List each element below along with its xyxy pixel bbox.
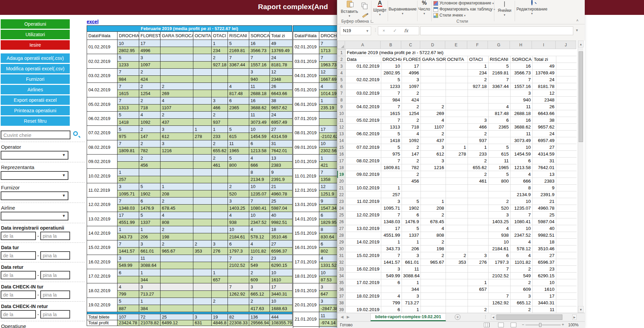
cell[interactable]: 3367.44 <box>488 83 510 90</box>
cell[interactable]: 5 <box>402 225 421 232</box>
alignment-menu-button[interactable]: Выравнивание ▾ <box>388 0 417 15</box>
cell[interactable]: 19.02.2019 <box>345 306 381 313</box>
formula-input[interactable] <box>420 26 573 35</box>
cell[interactable] <box>402 191 421 198</box>
cell[interactable]: 424 <box>402 97 421 103</box>
cell[interactable]: 4 <box>421 225 446 232</box>
column-header-B[interactable]: B <box>380 41 401 49</box>
prev-sheet-icon[interactable]: ◀ <box>341 315 343 319</box>
cell[interactable] <box>345 273 381 279</box>
cell[interactable]: 1101.82 <box>510 259 532 266</box>
cell[interactable]: 4314.59 <box>532 151 556 158</box>
column-header-F[interactable]: F <box>467 41 488 49</box>
cell[interactable]: 6 <box>381 306 402 313</box>
cell[interactable]: 7 <box>488 76 510 83</box>
cell[interactable]: 2 <box>402 103 421 110</box>
cell[interactable] <box>468 212 488 218</box>
cell[interactable]: 11.02.2019 <box>345 198 381 205</box>
cell[interactable] <box>468 245 488 252</box>
cell[interactable]: 5 <box>381 131 402 137</box>
cell[interactable] <box>421 90 446 97</box>
cell[interactable] <box>345 205 381 212</box>
row-header-2[interactable]: 2 <box>338 56 345 63</box>
cell[interactable] <box>345 70 381 76</box>
cell[interactable] <box>446 293 468 300</box>
cell[interactable]: 1418 <box>381 137 402 144</box>
cell[interactable]: 4551.99 <box>381 232 402 239</box>
cell[interactable]: 10 <box>510 198 532 205</box>
cell[interactable]: 1809.81 <box>381 164 402 171</box>
zoom-in-icon[interactable]: + <box>562 322 564 327</box>
cell[interactable]: 7 <box>381 103 402 110</box>
column-header-E[interactable]: E <box>445 41 467 49</box>
cell[interactable]: 6 <box>510 158 532 164</box>
cell[interactable]: 1615 <box>381 110 402 117</box>
cell[interactable]: 1213.58 <box>510 164 532 171</box>
cell[interactable]: 7 <box>381 212 402 218</box>
cell[interactable]: 3 <box>381 266 402 273</box>
cell[interactable]: 6 <box>402 212 421 218</box>
row-header-12[interactable]: 12 <box>338 124 345 131</box>
cell[interactable]: 7 <box>488 293 510 300</box>
cell[interactable] <box>468 218 488 225</box>
cell[interactable]: 5 <box>488 63 510 70</box>
cell[interactable] <box>556 218 577 225</box>
sidebar-action-button[interactable]: Airlines <box>1 85 70 94</box>
row-header-31[interactable]: 31 <box>338 252 345 259</box>
cell[interactable] <box>556 110 577 117</box>
row-header-18[interactable]: 18 <box>338 164 345 171</box>
cell[interactable]: 49 <box>532 63 556 70</box>
cell[interactable]: 2 <box>421 252 446 259</box>
cell[interactable] <box>556 83 577 90</box>
cell[interactable] <box>556 164 577 171</box>
cell[interactable] <box>556 124 577 131</box>
airline-select[interactable]: ▼ <box>1 212 68 220</box>
search-input[interactable] <box>1 131 70 139</box>
cell[interactable]: 2 <box>421 212 446 218</box>
cell[interactable] <box>556 306 577 313</box>
cell[interactable]: 3 <box>421 144 446 151</box>
cell[interactable] <box>421 83 446 90</box>
cell[interactable] <box>446 279 468 286</box>
cell[interactable] <box>556 144 577 151</box>
row-header-3[interactable]: 3 <box>338 63 345 70</box>
cell[interactable] <box>556 293 577 300</box>
search-button[interactable] <box>72 131 81 139</box>
cell[interactable]: 2 <box>468 158 488 164</box>
cell[interactable] <box>556 198 577 205</box>
cell[interactable]: 24 <box>532 131 556 137</box>
cell[interactable]: 666 <box>510 178 532 185</box>
cell[interactable]: 6596.37 <box>532 259 556 266</box>
cell[interactable] <box>381 171 402 178</box>
cell[interactable] <box>421 178 446 185</box>
date-to-input[interactable] <box>40 290 70 299</box>
cell[interactable] <box>556 225 577 232</box>
cell[interactable] <box>556 137 577 144</box>
cell[interactable]: 655.62 <box>468 164 488 171</box>
row-header-5[interactable]: 5 <box>338 76 345 83</box>
cell[interactable]: 4 <box>510 252 532 259</box>
row-header-38[interactable]: 38 <box>338 300 345 306</box>
cell[interactable] <box>488 137 510 144</box>
cell[interactable] <box>446 198 468 205</box>
cell[interactable]: 1 <box>402 279 421 286</box>
cell[interactable]: 549 <box>510 273 532 279</box>
cell[interactable]: 612 <box>421 151 446 158</box>
cell[interactable] <box>468 198 488 205</box>
cell[interactable]: 10.02.2019 <box>345 185 381 191</box>
cell[interactable]: 6957.49 <box>532 137 556 144</box>
add-sheet-icon[interactable]: + <box>455 314 460 320</box>
cell[interactable] <box>556 117 577 124</box>
cell[interactable]: 24 <box>532 76 556 83</box>
column-header-C[interactable]: C <box>401 41 420 49</box>
cell[interactable]: 938 <box>488 232 510 239</box>
cell-title[interactable]: Februarie 2019 (media profit pe zi - 572… <box>345 49 577 56</box>
cell[interactable]: OCNITA <box>446 56 468 63</box>
cell[interactable]: 4 <box>488 103 510 110</box>
cell[interactable] <box>421 279 446 286</box>
cell[interactable]: 615 <box>488 151 510 158</box>
cell[interactable]: 2348 <box>532 97 556 103</box>
cell[interactable] <box>446 273 468 279</box>
date-from-input[interactable] <box>1 310 36 319</box>
cell[interactable] <box>468 97 488 103</box>
